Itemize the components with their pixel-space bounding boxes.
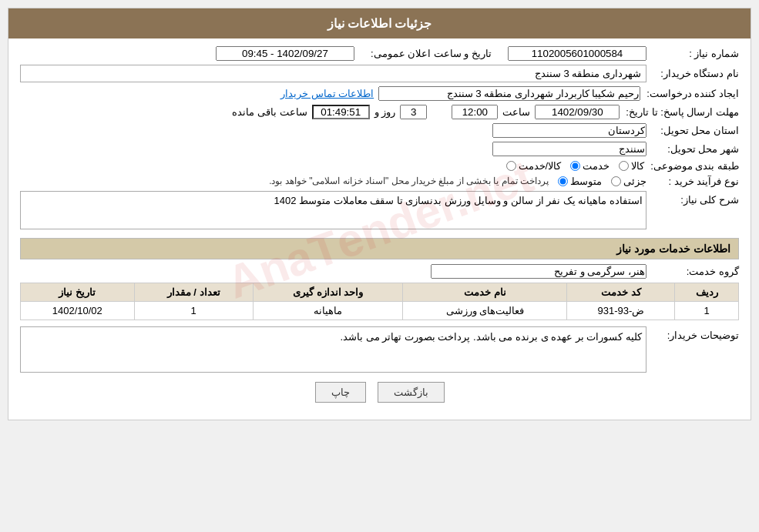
cell-row-1: 1 — [675, 302, 739, 320]
purchase-jozyi-radio[interactable] — [611, 176, 621, 186]
buyer-org-input[interactable] — [20, 65, 646, 82]
buyer-org-label: نام دستگاه خریدار: — [646, 68, 739, 79]
deadline-hours-label: ساعت باقی مانده — [232, 106, 307, 118]
service-group-label: گروه خدمت: — [646, 266, 739, 277]
requester-input[interactable] — [378, 86, 640, 101]
need-number-value: تاریخ و ساعت اعلان عمومی: — [20, 46, 646, 61]
category-radio-khedmat[interactable]: خدمت — [570, 160, 610, 172]
cell-date-1: 1402/10/02 — [21, 302, 135, 320]
announce-date-input[interactable] — [216, 46, 354, 61]
buttons-row: بازگشت چاپ — [20, 382, 739, 403]
col-header-code: کد خدمت — [567, 283, 675, 302]
col-header-date: تاریخ نیاز — [21, 283, 135, 302]
province-input[interactable] — [492, 123, 646, 138]
city-input[interactable] — [492, 142, 646, 156]
table-row: 1 ض-93-931 فعالیت‌های ورزشی ماهیانه 1 14… — [21, 302, 739, 320]
category-kala-khedmat-radio[interactable] — [506, 161, 516, 171]
services-section-header: اطلاعات خدمات مورد نیاز — [20, 238, 739, 259]
buyer-notes-box: کلیه کسورات بر عهده ی برنده می باشد. پرد… — [20, 326, 646, 373]
saeat-label: ساعت — [502, 106, 530, 118]
services-table-body: 1 ض-93-931 فعالیت‌های ورزشی ماهیانه 1 14… — [21, 302, 739, 320]
need-number-row: شماره نیاز : تاریخ و ساعت اعلان عمومی: — [20, 46, 739, 61]
services-table-head: ردیف کد خدمت نام خدمت واحد اندازه گیری ت… — [21, 283, 739, 302]
need-description-textarea[interactable]: استفاده ماهیانه یک نفر از سالن و وسایل و… — [20, 191, 646, 229]
services-table: ردیف کد خدمت نام خدمت واحد اندازه گیری ت… — [20, 283, 739, 320]
purchase-note: پرداخت تمام یا بخشی از مبلغ خریدار محل "… — [20, 176, 549, 186]
need-number-label: شماره نیاز : — [646, 48, 739, 59]
province-value — [20, 123, 646, 138]
category-row: طبقه بندی موضوعی: کالا خدمت کالا/خدمت — [20, 160, 739, 172]
need-description-value: استفاده ماهیانه یک نفر از سالن و وسایل و… — [20, 191, 646, 232]
col-header-qty: تعداد / مقدار — [134, 283, 253, 302]
need-description-row: شرح کلی نیاز: استفاده ماهیانه یک نفر از … — [20, 191, 739, 232]
requester-value: اطلاعات تماس خریدار — [20, 86, 640, 101]
need-description-label: شرح کلی نیاز: — [646, 191, 739, 206]
category-kala-radio[interactable] — [619, 161, 629, 171]
cell-code-1: ض-93-931 — [567, 302, 675, 320]
requester-row: ایجاد کننده درخواست: اطلاعات تماس خریدار — [20, 86, 739, 101]
category-radio-kala-khedmat[interactable]: کالا/خدمت — [506, 160, 562, 172]
buyer-org-value — [20, 65, 646, 82]
deadline-date-input[interactable] — [535, 105, 620, 119]
page-container: جزئیات اطلاعات نیاز AnaТender.net شماره … — [8, 8, 751, 420]
cell-name-1: فعالیت‌های ورزشی — [403, 302, 567, 320]
city-value — [20, 142, 646, 156]
purchase-type-row: نوع فرآیند خرید : جزئی متوسط پرداخت تمام… — [20, 176, 739, 187]
city-row: شهر محل تحویل: — [20, 142, 739, 156]
service-group-row: گروه خدمت: — [20, 264, 739, 279]
deadline-label: مهلت ارسال پاسخ: تا تاریخ: — [620, 106, 739, 118]
buyer-notes-label: توضیحات خریدار: — [646, 326, 739, 341]
purchase-motevaset-radio-item[interactable]: متوسط — [558, 176, 602, 187]
category-khedmat-label: خدمت — [583, 160, 610, 172]
page-header: جزئیات اطلاعات نیاز — [8, 8, 751, 38]
category-label: طبقه بندی موضوعی: — [644, 160, 739, 172]
purchase-jozyi-label: جزئی — [623, 176, 646, 187]
service-group-value — [20, 264, 646, 279]
purchase-type-value: جزئی متوسط پرداخت تمام یا بخشی از مبلغ خ… — [20, 176, 646, 187]
back-button[interactable]: بازگشت — [378, 382, 445, 403]
deadline-remaining-input[interactable] — [312, 105, 370, 119]
need-number-input[interactable] — [508, 46, 646, 61]
purchase-jozyi-radio-item[interactable]: جزئی — [611, 176, 646, 187]
deadline-row: مهلت ارسال پاسخ: تا تاریخ: ساعت روز و سا… — [20, 105, 739, 119]
requester-link[interactable]: اطلاعات تماس خریدار — [280, 88, 374, 99]
category-kala-khedmat-label: کالا/خدمت — [519, 160, 562, 172]
announce-date-label: تاریخ و ساعت اعلان عمومی: — [371, 48, 492, 59]
service-group-input[interactable] — [431, 264, 646, 279]
col-header-name: نام خدمت — [403, 283, 567, 302]
province-label: استان محل تحویل: — [646, 125, 739, 136]
buyer-notes-row: توضیحات خریدار: کلیه کسورات بر عهده ی بر… — [20, 326, 739, 373]
cell-unit-1: ماهیانه — [253, 302, 402, 320]
purchase-motevaset-label: متوسط — [570, 176, 602, 187]
category-radio-kala[interactable]: کالا — [619, 160, 644, 172]
category-value: کالا خدمت کالا/خدمت — [20, 160, 644, 172]
purchase-motevaset-radio[interactable] — [558, 176, 568, 186]
col-header-unit: واحد اندازه گیری — [253, 283, 402, 302]
purchase-type-label: نوع فرآیند خرید : — [646, 176, 739, 187]
page-title: جزئیات اطلاعات نیاز — [327, 17, 432, 30]
deadline-days-input[interactable] — [400, 105, 427, 119]
deadline-value: ساعت روز و ساعت باقی مانده — [20, 105, 620, 119]
col-header-row: ردیف — [675, 283, 739, 302]
buyer-notes-text: کلیه کسورات بر عهده ی برنده می باشد. پرد… — [340, 331, 642, 343]
cell-qty-1: 1 — [134, 302, 253, 320]
category-kala-label: کالا — [631, 160, 644, 172]
buyer-notes-value: کلیه کسورات بر عهده ی برنده می باشد. پرد… — [20, 326, 646, 373]
province-row: استان محل تحویل: — [20, 123, 739, 138]
services-table-header-row: ردیف کد خدمت نام خدمت واحد اندازه گیری ت… — [21, 283, 739, 302]
category-khedmat-radio[interactable] — [570, 161, 580, 171]
content-area: AnaТender.net شماره نیاز : تاریخ و ساعت … — [8, 38, 751, 420]
requester-label: ایجاد کننده درخواست: — [640, 88, 739, 99]
city-label: شهر محل تحویل: — [646, 143, 739, 155]
deadline-time-input[interactable] — [452, 105, 498, 119]
roz-label: روز و — [374, 106, 396, 118]
print-button[interactable]: چاپ — [315, 382, 366, 403]
buyer-org-row: نام دستگاه خریدار: — [20, 65, 739, 82]
